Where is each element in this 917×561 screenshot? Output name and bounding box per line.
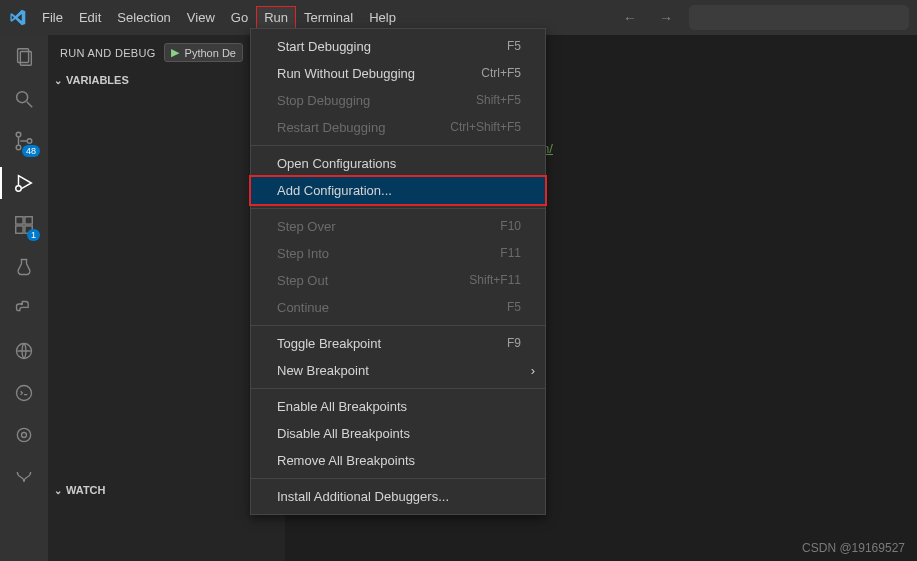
menu-item-stop-debugging: Stop DebuggingShift+F5	[251, 87, 545, 114]
chevron-down-icon: ⌄	[54, 75, 62, 86]
menu-bar: File Edit Selection View Go Run Terminal…	[34, 6, 404, 29]
menu-view[interactable]: View	[179, 6, 223, 29]
svg-point-12	[21, 303, 22, 304]
menu-item-step-into: Step IntoF11	[251, 240, 545, 267]
menu-item-add-configuration-[interactable]: Add Configuration...	[251, 177, 545, 204]
launch-config-selector[interactable]: ▶ Python De	[164, 43, 243, 62]
remote-icon[interactable]	[10, 337, 38, 365]
play-icon: ▶	[171, 46, 179, 59]
menu-item-new-breakpoint[interactable]: New Breakpoint	[251, 357, 545, 384]
svg-point-7	[16, 186, 22, 192]
scm-badge: 48	[22, 145, 40, 157]
menu-file[interactable]: File	[34, 6, 71, 29]
nav-forward-icon[interactable]: →	[653, 8, 679, 28]
svg-point-5	[16, 145, 21, 150]
svg-point-4	[16, 132, 21, 137]
vscode-logo-icon	[8, 9, 26, 27]
menu-item-start-debugging[interactable]: Start DebuggingF5	[251, 33, 545, 60]
menu-item-enable-all-breakpoints[interactable]: Enable All Breakpoints	[251, 393, 545, 420]
menu-item-disable-all-breakpoints[interactable]: Disable All Breakpoints	[251, 420, 545, 447]
menu-run[interactable]: Run	[256, 6, 296, 29]
watermark: CSDN @19169527	[802, 541, 905, 555]
menu-item-open-configurations[interactable]: Open Configurations	[251, 150, 545, 177]
menu-help[interactable]: Help	[361, 6, 404, 29]
activity-bar: 48 1	[0, 35, 48, 561]
livecycle-icon[interactable]	[10, 421, 38, 449]
menu-item-install-additional-debuggers-[interactable]: Install Additional Debuggers...	[251, 483, 545, 510]
menu-item-toggle-breakpoint[interactable]: Toggle BreakpointF9	[251, 330, 545, 357]
menu-terminal[interactable]: Terminal	[296, 6, 361, 29]
svg-point-6	[27, 139, 32, 144]
menu-item-remove-all-breakpoints[interactable]: Remove All Breakpoints	[251, 447, 545, 474]
search-icon[interactable]	[10, 85, 38, 113]
command-center-input[interactable]	[689, 5, 909, 30]
menu-item-step-out: Step OutShift+F11	[251, 267, 545, 294]
diff-icon[interactable]	[10, 463, 38, 491]
extensions-badge: 1	[27, 229, 40, 241]
svg-point-2	[17, 92, 28, 103]
svg-rect-9	[25, 217, 32, 224]
svg-line-3	[27, 102, 33, 108]
svg-rect-8	[16, 217, 23, 224]
svg-point-14	[17, 386, 32, 401]
source-control-icon[interactable]: 48	[10, 127, 38, 155]
chevron-down-icon: ⌄	[54, 485, 62, 496]
sidebar-title: RUN AND DEBUG	[60, 47, 156, 59]
menu-selection[interactable]: Selection	[109, 6, 178, 29]
extensions-icon[interactable]: 1	[10, 211, 38, 239]
svg-rect-10	[16, 226, 23, 233]
menu-edit[interactable]: Edit	[71, 6, 109, 29]
output-icon[interactable]	[10, 379, 38, 407]
svg-point-15	[17, 428, 30, 441]
explorer-icon[interactable]	[10, 43, 38, 71]
run-debug-icon[interactable]	[10, 169, 38, 197]
config-name: Python De	[185, 47, 236, 59]
testing-icon[interactable]	[10, 253, 38, 281]
svg-point-16	[22, 433, 27, 438]
menu-go[interactable]: Go	[223, 6, 256, 29]
menu-item-run-without-debugging[interactable]: Run Without DebuggingCtrl+F5	[251, 60, 545, 87]
menu-item-step-over: Step OverF10	[251, 213, 545, 240]
run-menu-dropdown: Start DebuggingF5Run Without DebuggingCt…	[250, 28, 546, 515]
nav-back-icon[interactable]: ←	[617, 8, 643, 28]
menu-item-continue: ContinueF5	[251, 294, 545, 321]
python-env-icon[interactable]	[10, 295, 38, 323]
menu-item-restart-debugging: Restart DebuggingCtrl+Shift+F5	[251, 114, 545, 141]
